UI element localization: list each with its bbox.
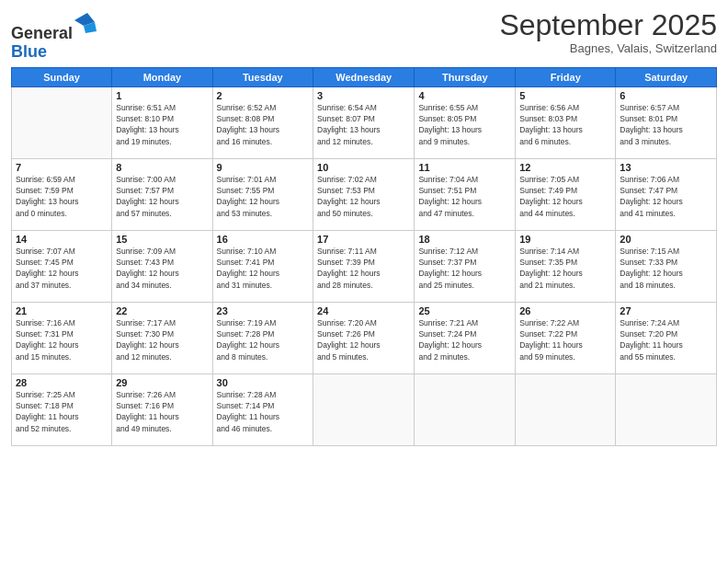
day-number: 16 [217, 234, 309, 245]
day-info: Sunrise: 7:26 AM Sunset: 7:16 PM Dayligh… [116, 389, 208, 434]
day-info: Sunrise: 7:02 AM Sunset: 7:53 PM Dayligh… [317, 174, 410, 219]
calendar-cell: 21Sunrise: 7:16 AM Sunset: 7:31 PM Dayli… [12, 302, 112, 373]
location: Bagnes, Valais, Switzerland [499, 41, 717, 55]
day-info: Sunrise: 7:01 AM Sunset: 7:55 PM Dayligh… [217, 174, 309, 219]
day-number: 1 [116, 90, 208, 101]
calendar-cell [516, 373, 616, 445]
day-info: Sunrise: 7:11 AM Sunset: 7:39 PM Dayligh… [317, 246, 410, 291]
calendar-cell: 7Sunrise: 6:59 AM Sunset: 7:59 PM Daylig… [12, 158, 112, 230]
day-info: Sunrise: 7:05 AM Sunset: 7:49 PM Dayligh… [519, 174, 611, 219]
day-info: Sunrise: 6:55 AM Sunset: 8:05 PM Dayligh… [418, 102, 511, 147]
calendar-table: SundayMondayTuesdayWednesdayThursdayFrid… [11, 67, 717, 446]
month-title: September 2025 [499, 9, 717, 41]
day-info: Sunrise: 6:52 AM Sunset: 8:08 PM Dayligh… [217, 102, 309, 147]
day-number: 6 [620, 90, 712, 101]
calendar-cell: 20Sunrise: 7:15 AM Sunset: 7:33 PM Dayli… [616, 230, 717, 302]
column-header-saturday: Saturday [616, 67, 717, 86]
day-number: 20 [620, 234, 712, 245]
day-info: Sunrise: 7:10 AM Sunset: 7:41 PM Dayligh… [217, 246, 309, 291]
page-header: General Blue September 2025 Bagnes, Vala… [11, 9, 717, 62]
day-number: 27 [620, 305, 712, 316]
day-info: Sunrise: 7:16 AM Sunset: 7:31 PM Dayligh… [16, 317, 108, 362]
calendar-week-row: 7Sunrise: 6:59 AM Sunset: 7:59 PM Daylig… [12, 158, 717, 230]
column-header-thursday: Thursday [415, 67, 516, 86]
day-info: Sunrise: 7:00 AM Sunset: 7:57 PM Dayligh… [116, 174, 208, 219]
day-number: 13 [620, 162, 712, 173]
day-info: Sunrise: 6:56 AM Sunset: 8:03 PM Dayligh… [519, 102, 611, 147]
day-info: Sunrise: 7:25 AM Sunset: 7:18 PM Dayligh… [16, 389, 108, 434]
day-number: 21 [16, 305, 108, 316]
day-number: 22 [116, 305, 208, 316]
column-header-wednesday: Wednesday [313, 67, 415, 86]
day-info: Sunrise: 7:14 AM Sunset: 7:35 PM Dayligh… [519, 246, 611, 291]
day-number: 9 [217, 162, 309, 173]
day-info: Sunrise: 7:22 AM Sunset: 7:22 PM Dayligh… [519, 317, 611, 362]
calendar-cell: 18Sunrise: 7:12 AM Sunset: 7:37 PM Dayli… [415, 230, 516, 302]
day-number: 26 [519, 305, 611, 316]
calendar-cell: 8Sunrise: 7:00 AM Sunset: 7:57 PM Daylig… [112, 158, 212, 230]
calendar-cell: 28Sunrise: 7:25 AM Sunset: 7:18 PM Dayli… [12, 373, 112, 445]
day-info: Sunrise: 7:17 AM Sunset: 7:30 PM Dayligh… [116, 317, 208, 362]
title-block: September 2025 Bagnes, Valais, Switzerla… [499, 9, 717, 55]
calendar-cell: 10Sunrise: 7:02 AM Sunset: 7:53 PM Dayli… [313, 158, 415, 230]
calendar-week-row: 28Sunrise: 7:25 AM Sunset: 7:18 PM Dayli… [12, 373, 717, 445]
day-info: Sunrise: 6:51 AM Sunset: 8:10 PM Dayligh… [116, 102, 208, 147]
calendar-cell: 27Sunrise: 7:24 AM Sunset: 7:20 PM Dayli… [616, 302, 717, 373]
day-number: 15 [116, 234, 208, 245]
day-info: Sunrise: 7:20 AM Sunset: 7:26 PM Dayligh… [317, 317, 410, 362]
day-info: Sunrise: 6:54 AM Sunset: 8:07 PM Dayligh… [317, 102, 410, 147]
day-number: 4 [418, 90, 511, 101]
calendar-cell: 25Sunrise: 7:21 AM Sunset: 7:24 PM Dayli… [415, 302, 516, 373]
day-number: 10 [317, 162, 410, 173]
logo-general: General [11, 24, 73, 42]
calendar-cell [313, 373, 415, 445]
calendar-cell: 19Sunrise: 7:14 AM Sunset: 7:35 PM Dayli… [516, 230, 616, 302]
column-header-sunday: Sunday [12, 67, 112, 86]
day-number: 8 [116, 162, 208, 173]
calendar-cell: 26Sunrise: 7:22 AM Sunset: 7:22 PM Dayli… [516, 302, 616, 373]
day-number: 17 [317, 234, 410, 245]
day-info: Sunrise: 7:15 AM Sunset: 7:33 PM Dayligh… [620, 246, 712, 291]
calendar-cell: 29Sunrise: 7:26 AM Sunset: 7:16 PM Dayli… [112, 373, 212, 445]
day-number: 30 [217, 377, 309, 388]
day-info: Sunrise: 7:07 AM Sunset: 7:45 PM Dayligh… [16, 246, 108, 291]
day-number: 25 [418, 305, 511, 316]
column-header-friday: Friday [516, 67, 616, 86]
day-number: 23 [217, 305, 309, 316]
day-info: Sunrise: 7:28 AM Sunset: 7:14 PM Dayligh… [217, 389, 309, 434]
column-header-tuesday: Tuesday [212, 67, 313, 86]
day-info: Sunrise: 7:12 AM Sunset: 7:37 PM Dayligh… [418, 246, 511, 291]
calendar-cell: 5Sunrise: 6:56 AM Sunset: 8:03 PM Daylig… [516, 86, 616, 158]
day-info: Sunrise: 6:59 AM Sunset: 7:59 PM Dayligh… [16, 174, 108, 219]
calendar-cell: 1Sunrise: 6:51 AM Sunset: 8:10 PM Daylig… [112, 86, 212, 158]
calendar-cell: 12Sunrise: 7:05 AM Sunset: 7:49 PM Dayli… [516, 158, 616, 230]
day-number: 7 [16, 162, 108, 173]
day-number: 11 [418, 162, 511, 173]
day-number: 2 [217, 90, 309, 101]
day-number: 19 [519, 234, 611, 245]
day-number: 18 [418, 234, 511, 245]
day-info: Sunrise: 7:09 AM Sunset: 7:43 PM Dayligh… [116, 246, 208, 291]
calendar-cell: 9Sunrise: 7:01 AM Sunset: 7:55 PM Daylig… [212, 158, 313, 230]
calendar-header-row: SundayMondayTuesdayWednesdayThursdayFrid… [12, 67, 717, 86]
calendar-cell: 2Sunrise: 6:52 AM Sunset: 8:08 PM Daylig… [212, 86, 313, 158]
logo: General Blue [11, 13, 97, 62]
day-number: 24 [317, 305, 410, 316]
logo-blue-text: Blue [11, 43, 97, 62]
calendar-cell: 23Sunrise: 7:19 AM Sunset: 7:28 PM Dayli… [212, 302, 313, 373]
day-number: 28 [16, 377, 108, 388]
column-header-monday: Monday [112, 67, 212, 86]
day-number: 3 [317, 90, 410, 101]
day-number: 5 [519, 90, 611, 101]
day-number: 14 [16, 234, 108, 245]
calendar-cell: 30Sunrise: 7:28 AM Sunset: 7:14 PM Dayli… [212, 373, 313, 445]
calendar-cell: 15Sunrise: 7:09 AM Sunset: 7:43 PM Dayli… [112, 230, 212, 302]
calendar-week-row: 21Sunrise: 7:16 AM Sunset: 7:31 PM Dayli… [12, 302, 717, 373]
calendar-cell: 22Sunrise: 7:17 AM Sunset: 7:30 PM Dayli… [112, 302, 212, 373]
calendar-cell [616, 373, 717, 445]
calendar-week-row: 1Sunrise: 6:51 AM Sunset: 8:10 PM Daylig… [12, 86, 717, 158]
day-number: 29 [116, 377, 208, 388]
calendar-cell [12, 86, 112, 158]
day-info: Sunrise: 7:06 AM Sunset: 7:47 PM Dayligh… [620, 174, 712, 219]
calendar-cell: 24Sunrise: 7:20 AM Sunset: 7:26 PM Dayli… [313, 302, 415, 373]
